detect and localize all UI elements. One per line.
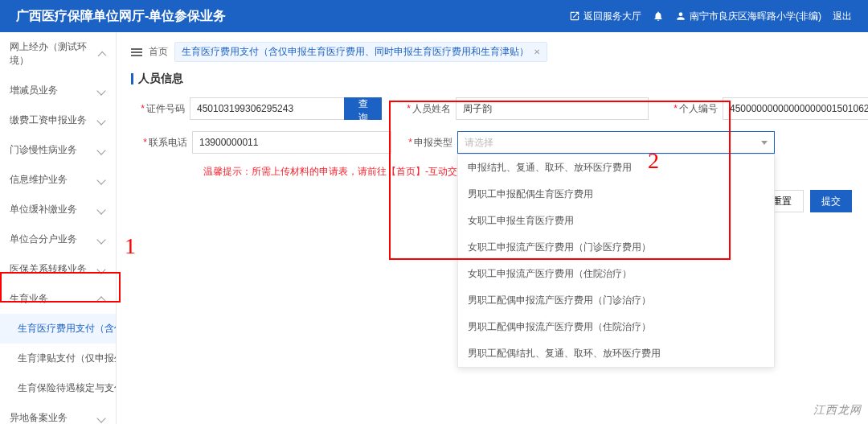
dropdown-item[interactable]: 申报结扎、复通、取环、放环医疗费用 [458,154,774,181]
sidebar-item-info[interactable]: 信息维护业务 [0,165,116,195]
chevron-down-icon [96,175,105,184]
sidebar: 网上经办（测试环境） 增减员业务 缴费工资申报业务 门诊慢性病业务 信息维护业务… [0,32,117,424]
logout-link[interactable]: 退出 [833,10,852,23]
chevron-down-icon [96,235,105,244]
type-label: 申报类型 [414,137,452,148]
name-label: 人员姓名 [412,103,451,114]
sidebar-item-maternity[interactable]: 生育业务 [0,284,116,314]
id-input[interactable] [190,97,344,120]
close-icon[interactable]: ✕ [534,47,540,56]
search-button[interactable]: 查询 [344,97,382,120]
sidebar-item-merge[interactable]: 单位合分户业务 [0,224,116,254]
sidebar-sub-allowance[interactable]: 生育津贴支付（仅申报生育 [0,344,116,373]
dropdown-item[interactable]: 女职工申报生育医疗费用 [458,208,774,234]
chevron-down-icon [96,414,105,422]
chevron-down-icon [96,265,105,274]
annotation-label-1: 1 [125,233,136,259]
submit-button[interactable]: 提交 [810,190,852,212]
dropdown-item[interactable]: 男职工配偶申报流产医疗费用（住院治疗） [458,314,774,340]
sidebar-item-chronic[interactable]: 门诊慢性病业务 [0,135,116,165]
sidebar-item-salary[interactable]: 缴费工资申报业务 [0,105,116,135]
dropdown-item[interactable]: 男职工配偶结扎、复通、取环、放环医疗费用 [458,340,774,367]
breadcrumb-tab[interactable]: 生育医疗费用支付（含仅申报生育医疗费用、同时申报生育医疗费用和生育津贴） ✕ [174,42,547,62]
bell-icon[interactable] [653,10,664,22]
chevron-down-icon [761,141,768,145]
user-icon [675,10,686,22]
hamburger-icon[interactable] [131,48,142,56]
top-header: 广西医疗保障单位网厅-单位参保业务 返回服务大厅 南宁市良庆区海晖路小学(非编)… [0,0,868,32]
sidebar-sub-insurance[interactable]: 生育保险待遇核定与支付单 [0,373,116,403]
back-hall-link[interactable]: 返回服务大厅 [569,10,641,23]
chevron-down-icon [96,86,105,95]
name-input[interactable] [456,97,649,120]
sidebar-item-transfer[interactable]: 医保关系转移业务 [0,254,116,284]
sidebar-item-offsite[interactable]: 异地备案业务 [0,403,116,424]
sidebar-item-online[interactable]: 网上经办（测试环境） [0,32,116,76]
breadcrumb-home[interactable]: 首页 [149,45,168,59]
sidebar-sub-maternity-pay[interactable]: 生育医疗费用支付（含仅申 [0,314,116,344]
code-input[interactable] [723,97,868,120]
annotation-label-2: 2 [648,148,659,174]
chevron-up-icon [96,296,105,305]
id-label: 证件号码 [146,103,185,114]
chevron-down-icon [96,146,105,154]
chevron-down-icon [96,205,105,214]
dropdown-item[interactable]: 女职工申报流产医疗费用（住院治疗） [458,261,774,287]
breadcrumb: 首页 生育医疗费用支付（含仅申报生育医疗费用、同时申报生育医疗费用和生育津贴） … [131,42,854,62]
sidebar-item-addremove[interactable]: 增减员业务 [0,76,116,105]
type-dropdown: 申报结扎、复通、取环、放环医疗费用 男职工申报配偶生育医疗费用 女职工申报生育医… [457,154,775,368]
content-area: 首页 生育医疗费用支付（含仅申报生育医疗费用、同时申报生育医疗费用和生育津贴） … [117,32,868,424]
dropdown-item[interactable]: 女职工申报流产医疗费用（门诊医疗费用） [458,234,774,261]
type-select[interactable]: 请选择 [457,131,775,154]
chevron-down-icon [96,116,105,125]
tel-input[interactable] [192,131,391,154]
header-actions: 返回服务大厅 南宁市良庆区海晖路小学(非编) 退出 [569,10,852,23]
app-title: 广西医疗保障单位网厅-单位参保业务 [16,8,226,25]
tel-label: 联系电话 [149,137,187,148]
section-title: 人员信息 [131,72,854,86]
dropdown-item[interactable]: 男职工申报配偶生育医疗费用 [458,181,774,208]
code-label: 个人编号 [679,103,718,114]
dropdown-item[interactable]: 男职工配偶申报流产医疗费用（门诊治疗） [458,287,774,314]
external-link-icon [569,10,580,22]
watermark: 江西龙网 [813,403,862,418]
org-link[interactable]: 南宁市良庆区海晖路小学(非编) [675,10,821,23]
sidebar-item-deferred[interactable]: 单位缓补缴业务 [0,195,116,224]
